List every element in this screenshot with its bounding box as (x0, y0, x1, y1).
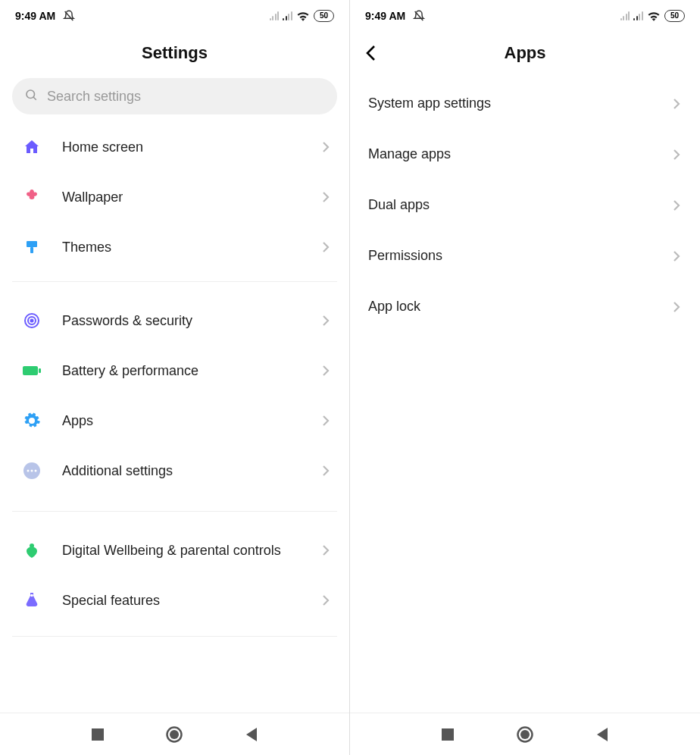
svg-point-1 (27, 90, 35, 99)
settings-item-wallpaper[interactable]: Wallpaper (0, 172, 349, 222)
chevron-right-icon (322, 465, 330, 477)
mute-icon (63, 10, 75, 22)
settings-item-label: Themes (62, 240, 322, 255)
apps-item-system-app-settings[interactable]: System app settings (350, 78, 700, 129)
apps-screen: 9:49 AM 50 (350, 0, 700, 755)
nav-back-button[interactable] (245, 727, 258, 742)
chevron-right-icon (322, 241, 330, 253)
chevron-right-icon (322, 365, 330, 377)
status-time: 9:49 AM (365, 10, 405, 22)
settings-item-label: Battery & performance (62, 363, 322, 379)
settings-header: Settings (0, 32, 349, 78)
status-bar: 9:49 AM 50 (350, 0, 700, 32)
settings-item-label: Apps (62, 413, 322, 429)
mute-icon (413, 10, 425, 22)
brush-icon (20, 235, 44, 259)
search-icon (24, 88, 38, 105)
search-field[interactable] (12, 78, 337, 114)
apps-item-label: Permissions (368, 248, 673, 264)
battery-icon (20, 359, 44, 383)
apps-item-manage-apps[interactable]: Manage apps (350, 129, 700, 180)
apps-header: Apps (350, 32, 700, 78)
settings-item-passwords-security[interactable]: Passwords & security (0, 296, 349, 346)
svg-rect-16 (92, 728, 104, 741)
chevron-right-icon (673, 98, 680, 110)
status-left: 9:49 AM (365, 10, 425, 22)
fingerprint-icon (20, 309, 44, 333)
svg-line-2 (33, 97, 36, 100)
chevron-right-icon (673, 250, 680, 262)
apps-item-label: Manage apps (368, 146, 673, 162)
svg-rect-4 (30, 247, 33, 253)
back-button[interactable] (365, 44, 377, 62)
settings-item-apps[interactable]: Apps (0, 396, 349, 446)
svg-marker-19 (246, 728, 257, 741)
settings-item-label: Additional settings (62, 463, 322, 479)
chevron-right-icon (322, 315, 330, 327)
chevron-right-icon (322, 594, 330, 606)
settings-screen: 9:49 AM 50 (0, 0, 350, 755)
svg-marker-24 (597, 728, 608, 741)
signal-icons (270, 11, 292, 20)
apps-item-permissions[interactable]: Permissions (350, 230, 700, 281)
nav-recents-button[interactable] (441, 728, 455, 741)
settings-item-additional-settings[interactable]: Additional settings (0, 446, 349, 496)
chevron-right-icon (673, 199, 680, 211)
wifi-icon (647, 11, 661, 21)
divider (12, 281, 337, 282)
svg-point-23 (520, 730, 530, 739)
settings-item-digital-wellbeing[interactable]: Digital Wellbeing & parental controls (0, 525, 349, 575)
settings-item-home-screen[interactable]: Home screen (0, 122, 349, 172)
settings-item-themes[interactable]: Themes (0, 222, 349, 272)
settings-item-battery-performance[interactable]: Battery & performance (0, 346, 349, 396)
wifi-icon (296, 11, 310, 21)
chevron-right-icon (322, 141, 330, 153)
svg-point-18 (170, 730, 179, 739)
status-time: 9:49 AM (15, 10, 55, 22)
apps-item-label: System app settings (368, 96, 673, 111)
nav-bar (350, 713, 700, 755)
settings-item-label: Special features (62, 593, 322, 609)
svg-point-7 (31, 320, 33, 322)
settings-item-label: Digital Wellbeing & parental controls (62, 543, 322, 559)
battery-indicator: 50 (314, 10, 334, 22)
nav-back-button[interactable] (595, 727, 609, 742)
settings-item-label: Home screen (62, 139, 322, 155)
home-icon (20, 135, 44, 159)
nav-home-button[interactable] (516, 725, 534, 744)
gear-icon (20, 409, 44, 433)
signal-icons (620, 11, 643, 20)
flask-icon (20, 588, 44, 612)
svg-rect-8 (23, 366, 38, 375)
flower-icon (20, 185, 44, 209)
signal-icon-2 (633, 11, 643, 20)
wellbeing-icon (20, 538, 44, 562)
svg-rect-9 (39, 368, 41, 373)
svg-point-11 (27, 470, 30, 472)
status-right: 50 (620, 10, 685, 22)
signal-icon-2 (283, 11, 292, 20)
settings-item-label: Wallpaper (62, 190, 322, 205)
settings-item-special-features[interactable]: Special features (0, 575, 349, 625)
chevron-right-icon (673, 149, 680, 161)
svg-point-12 (31, 470, 33, 472)
signal-icon-1 (270, 11, 280, 20)
nav-home-button[interactable] (165, 725, 183, 744)
svg-rect-21 (442, 728, 454, 741)
chevron-right-icon (322, 415, 330, 427)
divider (12, 636, 337, 637)
nav-bar (0, 713, 349, 755)
status-left: 9:49 AM (15, 10, 75, 22)
signal-icon-1 (620, 11, 630, 20)
nav-recents-button[interactable] (91, 728, 105, 741)
settings-item-label: Passwords & security (62, 313, 322, 329)
apps-item-dual-apps[interactable]: Dual apps (350, 180, 700, 230)
search-wrap (0, 78, 349, 122)
chevron-right-icon (322, 191, 330, 203)
apps-item-app-lock[interactable]: App lock (350, 281, 700, 332)
status-bar: 9:49 AM 50 (0, 0, 349, 32)
svg-rect-3 (27, 241, 37, 247)
divider (12, 511, 337, 512)
apps-item-label: Dual apps (368, 197, 673, 213)
search-input[interactable] (47, 89, 325, 105)
